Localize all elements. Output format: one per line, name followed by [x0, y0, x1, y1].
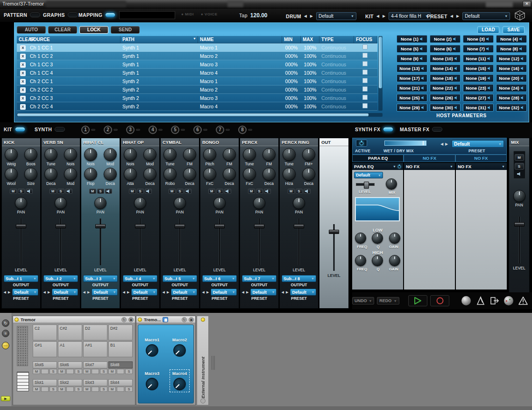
host-parameter-button[interactable]: None (7) [463, 45, 494, 53]
slot-mid-button[interactable] [92, 387, 99, 392]
master-fx-toggle[interactable] [432, 127, 442, 132]
eq-preset-select[interactable]: Default ▼ [354, 172, 383, 178]
macro-knob-3[interactable] [84, 168, 97, 181]
table-row[interactable]: X Ch 1 CC 2 Synth 1 Macro 2 000% 100% Co… [17, 52, 377, 60]
mapping-mode-button[interactable]: LOCK [79, 26, 108, 34]
mapping-mode-button[interactable]: AUTO [17, 26, 46, 34]
host-parameter-button[interactable]: None (31) [463, 104, 494, 112]
slot-mute-button[interactable]: M [83, 369, 91, 374]
solo-button[interactable]: S [256, 189, 263, 194]
record-button[interactable] [430, 295, 449, 306]
pattern-toggle[interactable] [30, 13, 40, 17]
fx-preset-prev-icon[interactable]: ◀ [440, 142, 444, 146]
solo-button[interactable]: S [57, 189, 64, 194]
level-fader[interactable] [81, 217, 120, 267]
macro-knob-2[interactable] [104, 148, 117, 161]
mapping-max[interactable]: 100% [301, 62, 319, 67]
host-parameter-button[interactable]: None (22) [430, 84, 461, 92]
macro-knob-4[interactable] [223, 168, 236, 181]
host-parameter-button[interactable]: None (17) [397, 74, 427, 82]
host-parameter-button[interactable]: None (12) [496, 55, 527, 63]
mapping-type[interactable]: Continuous [319, 104, 354, 109]
fxpansion-cube-icon[interactable] [514, 10, 526, 21]
slot-solo-button[interactable]: S [100, 387, 107, 392]
param-slot-label[interactable]: Slot2 [58, 379, 82, 386]
low-freq-knob[interactable] [355, 233, 366, 244]
macro-knob-4[interactable] [262, 168, 276, 181]
mix-pan-knob[interactable] [513, 190, 525, 202]
unfold-icon[interactable]: ↻ [182, 317, 187, 322]
pattern-slot-button[interactable]: 3 [126, 126, 135, 134]
slot-solo-button[interactable]: S [75, 369, 82, 374]
channel-name[interactable]: HIHAT CL [81, 138, 120, 146]
channel-preset-select[interactable]: Default ▼ [131, 289, 157, 296]
warning-icon[interactable] [518, 295, 528, 306]
column-header[interactable]: NAME [198, 36, 282, 43]
mapping-type[interactable]: Continuous [319, 53, 354, 59]
slot-mute-button[interactable]: M [33, 369, 40, 374]
pattern-slot-button[interactable]: 1 [81, 126, 90, 134]
channel-preset-select[interactable]: Default ▼ [250, 289, 277, 296]
undo-button[interactable]: UNDO ▼ [352, 297, 374, 304]
host-parameter-button[interactable]: None (13) [397, 64, 427, 72]
fx-preset-next-icon[interactable]: ▶ [445, 142, 448, 146]
level-fader[interactable] [42, 217, 80, 267]
close-button[interactable]: ✕ [523, 1, 531, 7]
kit-select[interactable]: 4-4 floor filla H ▼ [389, 12, 431, 20]
table-row[interactable]: X Ch 1 CC 4 Synth 1 Macro 4 000% 100% Co… [17, 69, 377, 77]
pan-knob[interactable] [253, 197, 265, 209]
host-parameter-button[interactable]: None (10) [430, 55, 461, 63]
fader-handle[interactable] [135, 224, 145, 228]
mapping-type[interactable]: Continuous [319, 70, 354, 76]
host-parameter-button[interactable]: None (25) [397, 94, 427, 102]
mute-button[interactable]: M [89, 189, 96, 194]
master-level-fader[interactable] [319, 222, 348, 273]
slot-solo-button[interactable]: S [125, 369, 133, 374]
fx-slot-tab[interactable]: PARA EQ [352, 155, 404, 162]
mapping-min[interactable]: 000% [282, 70, 301, 76]
drum-prev-icon[interactable]: ◀ [304, 14, 307, 18]
fx-preset-select[interactable]: Default ▼ [452, 140, 504, 148]
refresh-icon[interactable]: ↻ [2, 319, 9, 327]
host-parameter-button[interactable]: None (23) [463, 84, 494, 92]
kit-mode-toggle[interactable] [15, 127, 25, 132]
host-parameter-button[interactable]: None (8) [496, 45, 527, 53]
note-slot[interactable]: C#2 [58, 325, 82, 340]
device-macro-header[interactable]: Tremo... ↻ ▣ [136, 316, 195, 323]
note-slot[interactable]: B1 [108, 341, 133, 357]
preset-prev-icon[interactable]: ◀ [242, 290, 245, 294]
map-mode-hand-icon[interactable] [163, 317, 168, 322]
tempo-value[interactable]: 120.00 [250, 12, 268, 19]
fx-power-button[interactable] [356, 140, 367, 147]
fader-handle[interactable] [514, 222, 525, 226]
param-slot-label[interactable]: Slot6 [58, 361, 82, 368]
slot-mute-button[interactable]: M [108, 387, 116, 392]
macro-knob[interactable] [173, 344, 186, 357]
note-slot[interactable]: D#2 [108, 325, 133, 340]
column-header[interactable]: TYPE [319, 36, 354, 43]
host-parameter-button[interactable]: None (4) [496, 35, 527, 43]
focus-checkbox[interactable] [362, 78, 368, 83]
clear-mapping-button[interactable]: X [20, 96, 26, 101]
column-header[interactable]: SOURCE [28, 36, 121, 43]
slot-mid-button[interactable] [66, 387, 74, 392]
macro-knob-3[interactable] [163, 168, 177, 181]
mapping-max[interactable]: 100% [301, 87, 319, 92]
macro-knob-3[interactable] [124, 168, 137, 181]
macro-knob-4[interactable] [104, 168, 117, 181]
save-preset-icon[interactable]: ▣ [189, 317, 194, 322]
macro-knob[interactable] [146, 344, 158, 357]
preset-prev-icon[interactable]: ◀ [450, 14, 454, 18]
pan-knob[interactable] [174, 197, 186, 209]
slot-solo-button[interactable]: S [125, 387, 133, 392]
host-parameter-button[interactable]: None (19) [463, 74, 494, 82]
metronome-icon[interactable] [475, 295, 485, 306]
slot-mid-button[interactable] [41, 369, 49, 374]
focus-checkbox[interactable] [362, 95, 368, 100]
slot-mute-button[interactable]: M [58, 369, 65, 374]
channel-preset-select[interactable]: Default ▼ [290, 289, 316, 296]
channel-preset-select[interactable]: Default ▼ [92, 289, 118, 296]
mute-button[interactable]: M [50, 189, 57, 194]
preview-button[interactable] [105, 189, 112, 194]
host-parameter-button[interactable]: None (32) [496, 104, 527, 112]
